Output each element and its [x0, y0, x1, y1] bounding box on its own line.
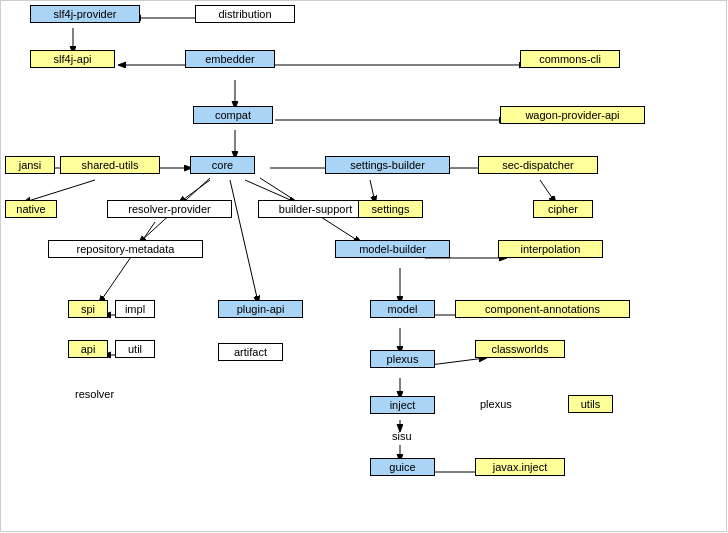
svg-line-14 — [180, 180, 210, 202]
node-inject: inject — [370, 396, 435, 414]
node-artifact: artifact — [218, 343, 283, 361]
svg-line-27 — [430, 358, 485, 365]
node-shared-utils: shared-utils — [60, 156, 160, 174]
node-javax-inject: javax.inject — [475, 458, 565, 476]
node-core: core — [190, 156, 255, 174]
node-slf4j-provider: slf4j-provider — [30, 5, 140, 23]
dependency-diagram: slf4j-provider distribution slf4j-api em… — [0, 0, 728, 533]
node-component-annotations: component-annotations — [455, 300, 630, 318]
node-compat: compat — [193, 106, 273, 124]
node-model: model — [370, 300, 435, 318]
node-impl: impl — [115, 300, 155, 318]
svg-line-21 — [230, 180, 258, 302]
node-interpolation: interpolation — [498, 240, 603, 258]
node-commons-cli: commons-cli — [520, 50, 620, 68]
node-jansi: jansi — [5, 156, 55, 174]
node-utils: utils — [568, 395, 613, 413]
label-resolver: resolver — [75, 388, 114, 400]
node-spi: spi — [68, 300, 108, 318]
node-api: api — [68, 340, 108, 358]
arrows-svg — [0, 0, 728, 533]
svg-line-15 — [245, 180, 295, 202]
node-wagon-provider-api: wagon-provider-api — [500, 106, 645, 124]
node-util: util — [115, 340, 155, 358]
diagram-border — [0, 0, 727, 532]
node-plexus-main: plexus — [370, 350, 435, 368]
node-builder-support: builder-support — [258, 200, 373, 218]
node-distribution: distribution — [195, 5, 295, 23]
svg-line-16 — [370, 180, 375, 202]
node-model-builder: model-builder — [335, 240, 450, 258]
node-plugin-api: plugin-api — [218, 300, 303, 318]
node-classworlds: classworlds — [475, 340, 565, 358]
label-sisu: sisu — [392, 430, 412, 442]
svg-line-13 — [25, 180, 95, 202]
node-guice: guice — [370, 458, 435, 476]
node-slf4j-api: slf4j-api — [30, 50, 115, 68]
node-embedder: embedder — [185, 50, 275, 68]
node-native: native — [5, 200, 57, 218]
svg-line-32 — [100, 222, 155, 302]
node-repository-metadata: repository-metadata — [48, 240, 203, 258]
svg-line-17 — [540, 180, 555, 202]
node-settings-builder: settings-builder — [325, 156, 450, 174]
node-sec-dispatcher: sec-dispatcher — [478, 156, 598, 174]
label-plexus: plexus — [480, 398, 512, 410]
node-resolver-provider: resolver-provider — [107, 200, 232, 218]
node-settings: settings — [358, 200, 423, 218]
node-cipher: cipher — [533, 200, 593, 218]
